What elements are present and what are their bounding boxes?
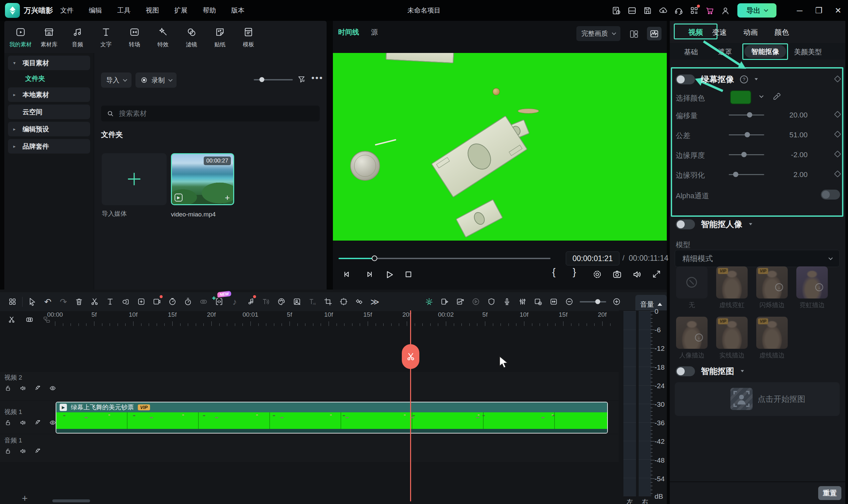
library-tab-文字[interactable]: 文字 <box>92 22 120 53</box>
ripple-edit-icon[interactable]: ✚NEW <box>211 292 227 311</box>
text-to-speech-icon[interactable] <box>258 292 274 311</box>
next-frame-button[interactable] <box>363 269 374 280</box>
playhead-scissors-handle[interactable] <box>402 344 419 369</box>
export-frame-icon[interactable] <box>452 292 468 311</box>
preview-seek-bar[interactable] <box>339 258 551 259</box>
support-headset-icon[interactable] <box>674 6 684 16</box>
sidebar-item-文件夹[interactable]: 文件夹 <box>8 72 90 85</box>
fullscreen-icon[interactable] <box>652 269 661 279</box>
seek-handle[interactable] <box>372 255 377 261</box>
matting-start-card[interactable]: 点击开始抠图 <box>675 382 840 416</box>
stop-button[interactable] <box>403 269 414 280</box>
menu-帮助[interactable]: 帮助 <box>203 6 216 15</box>
sidebar-item-品牌套件[interactable]: ▸品牌套件 <box>8 139 90 154</box>
slider-边缘羽化[interactable] <box>729 174 764 175</box>
audio-denoise-icon[interactable] <box>196 292 211 311</box>
timeline-clip[interactable]: ▶ 绿幕上飞舞的美元钞票 VIP <box>56 402 608 433</box>
collapse-icon[interactable] <box>741 370 744 372</box>
sidebar-item-编辑预设[interactable]: ▸编辑预设 <box>8 122 90 136</box>
audio-music-icon[interactable]: ♪ <box>227 292 242 311</box>
library-tab-模板[interactable]: 模板 <box>234 22 263 53</box>
clip-duration-icon[interactable] <box>530 292 546 311</box>
preview-tab-源[interactable]: 源 <box>371 28 378 37</box>
menu-视图[interactable]: 视图 <box>146 6 159 15</box>
more-options-icon[interactable]: ••• <box>311 73 323 83</box>
workspace-layout-icon[interactable] <box>627 6 637 16</box>
fit-timeline-icon[interactable] <box>546 292 561 311</box>
video-viewport[interactable] <box>333 53 667 240</box>
timeline-ruler[interactable]: 00:005f10f15f20f00:015f10f15f20f00:025f1… <box>0 310 616 326</box>
ai-paint-icon[interactable] <box>274 292 289 311</box>
filter-icon[interactable] <box>297 75 306 84</box>
track-lock-icon[interactable] <box>4 419 12 426</box>
more-tools-icon[interactable]: ≫ <box>367 292 383 311</box>
cloud-upload-icon[interactable] <box>658 6 668 16</box>
multiview-grid-icon[interactable] <box>629 29 639 39</box>
chevron-down-icon[interactable] <box>759 94 763 98</box>
library-tab-我的素材[interactable]: 我的素材 <box>6 22 35 53</box>
restore-button[interactable]: ❐ <box>812 0 826 21</box>
menu-文件[interactable]: 文件 <box>60 6 73 15</box>
import-button[interactable]: 导入 <box>101 72 132 88</box>
toolbox-icon[interactable] <box>5 292 20 311</box>
track-lane-audio1[interactable] <box>0 434 667 462</box>
timeline-zoom-slider[interactable] <box>580 301 606 303</box>
portrait-style-虚线描边[interactable]: VIP <box>756 317 788 349</box>
slider-value[interactable]: 51.00 <box>779 131 808 139</box>
eyedropper-icon[interactable] <box>771 92 781 102</box>
export-button[interactable]: 导出 <box>737 3 776 18</box>
sidebar-item-云空间[interactable]: 云空间 <box>8 105 90 119</box>
model-select[interactable]: 精细模式 <box>675 250 840 267</box>
portrait-style-人像描边[interactable]: ↓ <box>676 317 708 349</box>
thumbnail-size-slider[interactable] <box>254 79 293 80</box>
split-icon[interactable] <box>87 292 102 311</box>
collapse-icon[interactable] <box>749 223 752 225</box>
track-ai-voice-icon[interactable] <box>34 384 41 392</box>
zoom-out-icon[interactable] <box>561 292 577 311</box>
smart-matting-toggle[interactable] <box>676 366 695 376</box>
slider-value[interactable]: -2.00 <box>779 150 808 159</box>
track-mute-icon[interactable] <box>19 384 27 392</box>
render-preview-icon[interactable] <box>468 292 484 311</box>
keyframe-diamond-icon[interactable] <box>835 172 840 176</box>
current-timecode[interactable]: 00:00:01:21 <box>566 252 620 265</box>
canvas-border-icon[interactable] <box>336 292 351 311</box>
account-icon[interactable] <box>721 6 730 16</box>
track-lock-icon[interactable] <box>4 447 12 455</box>
slider-value[interactable]: 2.00 <box>779 170 808 179</box>
add-freeze-frame-icon[interactable] <box>134 292 149 311</box>
slider-偏移量[interactable] <box>729 114 764 115</box>
collapse-icon[interactable] <box>755 78 758 80</box>
save-icon[interactable] <box>643 6 653 16</box>
help-icon[interactable]: ? <box>740 75 748 84</box>
menu-版本[interactable]: 版本 <box>231 6 244 15</box>
track-ai-voice-icon[interactable] <box>34 447 41 455</box>
add-track-button[interactable]: + <box>22 493 28 504</box>
apps-grid-icon[interactable] <box>689 6 699 16</box>
timer-icon[interactable] <box>180 292 196 311</box>
portrait-style-虚线霓虹[interactable]: VIP <box>716 266 748 299</box>
previous-frame-button[interactable] <box>342 269 353 280</box>
ai-portrait-icon[interactable] <box>289 292 305 311</box>
snapshot-camera-icon[interactable] <box>612 269 622 280</box>
keyframe-icon[interactable] <box>351 292 367 311</box>
undo-icon[interactable]: ↶ <box>40 292 56 311</box>
mask-icon[interactable] <box>118 292 134 311</box>
ai-music-icon[interactable] <box>242 292 258 311</box>
track-visibility-icon[interactable] <box>49 384 56 392</box>
scopes-icon[interactable] <box>647 27 661 40</box>
preview-tab-时间线[interactable]: 时间线 <box>338 28 359 37</box>
mark-in-button[interactable]: { <box>552 266 555 278</box>
marker-icon[interactable] <box>484 292 499 311</box>
menu-工具[interactable]: 工具 <box>117 6 131 15</box>
reset-button[interactable]: 重置 <box>818 486 842 500</box>
play-button[interactable] <box>384 269 395 280</box>
select-tool-icon[interactable] <box>24 292 40 311</box>
playhead-line[interactable] <box>410 310 411 501</box>
track-visibility-icon[interactable] <box>49 419 56 426</box>
library-tab-素材库[interactable]: 素材库 <box>35 22 63 53</box>
add-to-timeline-icon[interactable]: + <box>225 193 230 203</box>
slider-value[interactable]: 20.00 <box>779 111 808 120</box>
portrait-style-霓虹描边[interactable]: ↓ <box>796 266 828 299</box>
mark-out-button[interactable]: } <box>573 266 576 278</box>
